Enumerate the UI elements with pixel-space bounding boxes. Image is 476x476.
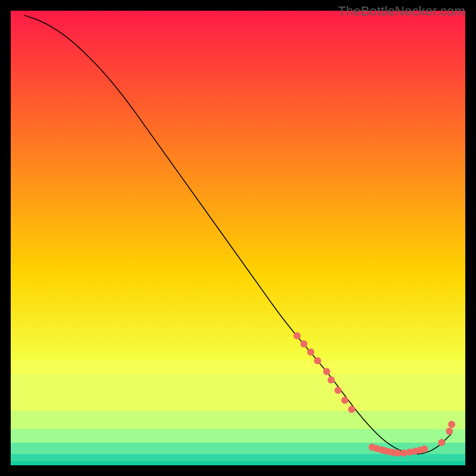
chart-svg xyxy=(11,11,465,465)
marker-5 xyxy=(323,368,330,375)
marker-2 xyxy=(300,340,308,347)
marker-9 xyxy=(348,406,355,413)
watermark-text: TheBottleNecker.com xyxy=(338,4,465,19)
band xyxy=(11,461,465,465)
chart-stage: TheBottleNecker.com xyxy=(0,0,476,476)
marker-3 xyxy=(307,349,314,356)
marker-6 xyxy=(328,376,335,383)
marker-4 xyxy=(314,357,321,364)
marker-8 xyxy=(342,397,349,404)
marker-7 xyxy=(334,387,342,394)
marker-23 xyxy=(446,428,453,435)
band xyxy=(11,429,465,443)
band xyxy=(11,374,465,411)
marker-24 xyxy=(448,421,455,428)
marker-22 xyxy=(438,439,445,446)
marker-21 xyxy=(421,446,428,453)
marker-1 xyxy=(293,332,300,339)
band xyxy=(11,361,465,374)
band xyxy=(11,411,465,429)
